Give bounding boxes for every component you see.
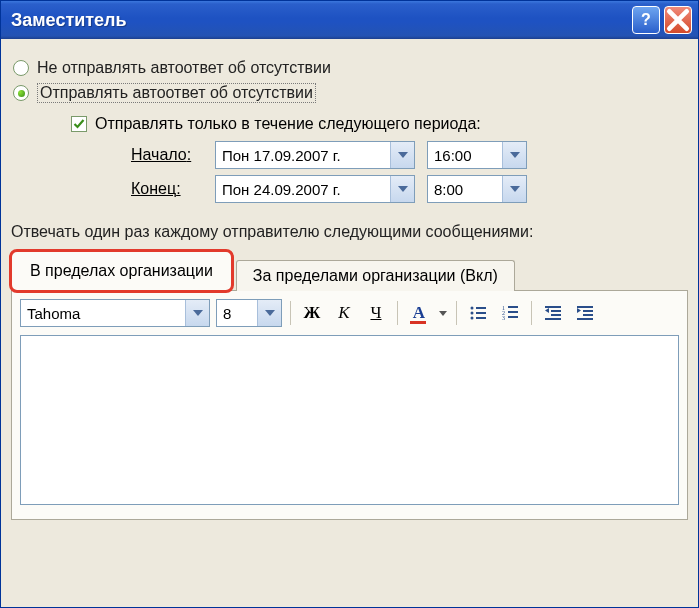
svg-rect-12 xyxy=(545,306,561,308)
titlebar-buttons: ? xyxy=(632,6,692,34)
separator xyxy=(290,301,291,325)
format-toolbar: Tahoma 8 Ж К Ч A xyxy=(12,291,687,335)
size-combo[interactable]: 8 xyxy=(216,299,282,327)
radio-dont-send-label: Не отправлять автоответ об отсутствии xyxy=(37,59,331,77)
tab-inside-org[interactable]: В пределах организации xyxy=(9,249,234,293)
bold-button[interactable]: Ж xyxy=(299,300,325,326)
indent-icon xyxy=(576,304,594,322)
titlebar: Заместитель ? xyxy=(1,1,698,39)
window-title: Заместитель xyxy=(7,10,632,31)
end-date-combo[interactable]: Пон 24.09.2007 г. xyxy=(215,175,415,203)
svg-rect-3 xyxy=(476,312,486,314)
tab-outside-org[interactable]: За пределами организации (Вкл) xyxy=(236,260,515,291)
svg-rect-14 xyxy=(551,314,561,316)
separator xyxy=(456,301,457,325)
svg-rect-17 xyxy=(583,310,593,312)
chevron-down-icon[interactable] xyxy=(185,300,209,326)
separator xyxy=(531,301,532,325)
numbered-list-button[interactable]: 1 2 3 xyxy=(497,300,523,326)
end-row: Конец Пон 24.09.2007 г. 8:00 xyxy=(131,175,688,203)
italic-button[interactable]: К xyxy=(331,300,357,326)
end-time-combo[interactable]: 8:00 xyxy=(427,175,527,203)
checkbox-period-icon[interactable] xyxy=(71,116,87,132)
start-date-combo[interactable]: Пон 17.09.2007 г. xyxy=(215,141,415,169)
start-time-combo[interactable]: 16:00 xyxy=(427,141,527,169)
start-time-value: 16:00 xyxy=(428,147,502,164)
content: Не отправлять автоответ об отсутствии От… xyxy=(1,39,698,607)
chevron-down-icon[interactable] xyxy=(502,176,526,202)
indent-button[interactable] xyxy=(572,300,598,326)
font-color-bar-icon xyxy=(410,321,426,324)
font-value: Tahoma xyxy=(21,305,185,322)
svg-rect-18 xyxy=(583,314,593,316)
chevron-down-icon[interactable] xyxy=(390,176,414,202)
window: Заместитель ? Не отправлять автоответ об… xyxy=(0,0,699,608)
tab-inside-label: В пределах организации xyxy=(30,262,213,279)
chevron-down-icon[interactable] xyxy=(502,142,526,168)
svg-rect-16 xyxy=(577,306,593,308)
bullet-list-button[interactable] xyxy=(465,300,491,326)
message-editor[interactable] xyxy=(20,335,679,505)
start-row: Начало Пон 17.09.2007 г. 16:00 xyxy=(131,141,688,169)
svg-rect-15 xyxy=(545,318,561,320)
svg-rect-19 xyxy=(577,318,593,320)
size-value: 8 xyxy=(217,305,257,322)
font-color-button[interactable]: A xyxy=(406,300,432,326)
radio-send-label: Отправлять автоответ об отсутствии xyxy=(37,83,316,103)
help-button[interactable]: ? xyxy=(632,6,660,34)
svg-point-4 xyxy=(471,317,474,320)
svg-rect-11 xyxy=(508,316,518,318)
tabs: В пределах организации За пределами орга… xyxy=(11,249,688,291)
start-date-value: Пон 17.09.2007 г. xyxy=(216,147,390,164)
separator xyxy=(397,301,398,325)
instruction-text: Отвечать один раз каждому отправителю сл… xyxy=(11,223,688,241)
outdent-button[interactable] xyxy=(540,300,566,326)
font-color-glyph: A xyxy=(413,303,425,323)
chevron-down-icon[interactable] xyxy=(257,300,281,326)
numbered-list-icon: 1 2 3 xyxy=(501,304,519,322)
checkbox-period-label: Отправлять только в течение следующего п… xyxy=(95,115,481,133)
radio-dont-send-icon[interactable] xyxy=(13,60,29,76)
font-color-dropdown[interactable] xyxy=(438,311,448,316)
svg-rect-1 xyxy=(476,307,486,309)
radio-send[interactable]: Отправлять автоответ об отсутствии xyxy=(13,83,688,103)
svg-rect-5 xyxy=(476,317,486,319)
svg-rect-13 xyxy=(551,310,561,312)
svg-rect-7 xyxy=(508,306,518,308)
start-label: Начало xyxy=(131,146,203,164)
bullet-list-icon xyxy=(469,304,487,322)
close-button[interactable] xyxy=(664,6,692,34)
end-label: Конец xyxy=(131,180,203,198)
underline-button[interactable]: Ч xyxy=(363,300,389,326)
radio-send-icon[interactable] xyxy=(13,85,29,101)
checkbox-period[interactable]: Отправлять только в течение следующего п… xyxy=(71,115,688,133)
end-date-value: Пон 24.09.2007 г. xyxy=(216,181,390,198)
tab-panel: Tahoma 8 Ж К Ч A xyxy=(11,290,688,520)
radio-dont-send[interactable]: Не отправлять автоответ об отсутствии xyxy=(13,59,688,77)
tab-outside-label: За пределами организации (Вкл) xyxy=(253,267,498,284)
font-combo[interactable]: Tahoma xyxy=(20,299,210,327)
svg-point-2 xyxy=(471,312,474,315)
chevron-down-icon[interactable] xyxy=(390,142,414,168)
outdent-icon xyxy=(544,304,562,322)
svg-text:3: 3 xyxy=(502,315,505,321)
svg-point-0 xyxy=(471,307,474,310)
svg-rect-9 xyxy=(508,311,518,313)
end-time-value: 8:00 xyxy=(428,181,502,198)
